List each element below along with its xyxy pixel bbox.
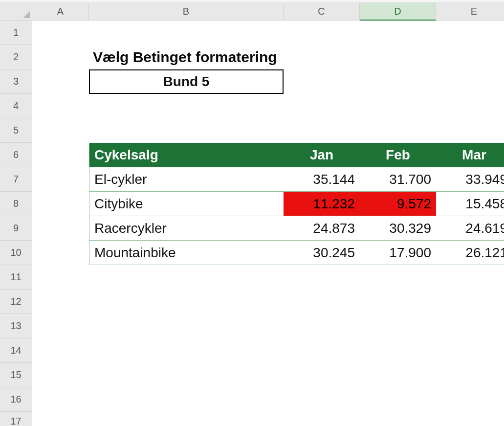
table-cell-value[interactable]: 24.619 <box>436 216 504 241</box>
spreadsheet-grid[interactable]: ABCDE 1234567891011121314151617 Vælg Bet… <box>0 0 504 426</box>
row-header-2[interactable]: 2 <box>0 45 32 69</box>
row-header-17[interactable]: 17 <box>0 412 32 426</box>
column-header-a[interactable]: A <box>32 3 89 21</box>
row-header-8[interactable]: 8 <box>0 192 32 216</box>
row-header-6[interactable]: 6 <box>0 143 32 167</box>
table-header-month-jan[interactable]: Jan <box>284 143 360 167</box>
table-header-month-feb[interactable]: Feb <box>360 143 436 167</box>
row-header-14[interactable]: 14 <box>0 338 32 363</box>
table-cell-value[interactable]: 15.458 <box>436 192 504 216</box>
row-header-4[interactable]: 4 <box>0 94 32 118</box>
table-cell-value[interactable]: 30.329 <box>360 216 436 241</box>
row-header-12[interactable]: 12 <box>0 290 32 314</box>
select-all-corner[interactable] <box>0 3 32 21</box>
table-cell-value[interactable]: 11.232 <box>284 192 360 216</box>
table-row-name[interactable]: Mountainbike <box>89 241 284 265</box>
row-header-5[interactable]: 5 <box>0 118 32 143</box>
table-row-name[interactable]: El-cykler <box>89 167 284 192</box>
column-header-e[interactable]: E <box>436 3 504 21</box>
row-header-13[interactable]: 13 <box>0 314 32 338</box>
row-header-11[interactable]: 11 <box>0 265 32 290</box>
table-row-name[interactable]: Citybike <box>89 192 284 216</box>
page-title: Vælg Betinget formatering <box>89 45 284 69</box>
table-cell-value[interactable]: 30.245 <box>284 241 360 265</box>
column-header-b[interactable]: B <box>89 3 284 21</box>
table-cell-value[interactable]: 31.700 <box>360 167 436 192</box>
table-cell-value[interactable]: 17.900 <box>360 241 436 265</box>
table-cell-value[interactable]: 26.121 <box>436 241 504 265</box>
table-cell-value[interactable]: 35.144 <box>284 167 360 192</box>
row-header-7[interactable]: 7 <box>0 167 32 192</box>
table-header-name[interactable]: Cykelsalg <box>89 143 284 167</box>
row-header-15[interactable]: 15 <box>0 363 32 387</box>
table-cell-value[interactable]: 33.949 <box>436 167 504 192</box>
row-header-16[interactable]: 16 <box>0 387 32 412</box>
table-row-name[interactable]: Racercykler <box>89 216 284 241</box>
row-header-10[interactable]: 10 <box>0 241 32 265</box>
row-header-1[interactable]: 1 <box>0 21 32 45</box>
row-header-3[interactable]: 3 <box>0 69 32 94</box>
table-header-month-mar[interactable]: Mar <box>436 143 504 167</box>
table-cell-value[interactable]: 9.572 <box>360 192 436 216</box>
column-header-c[interactable]: C <box>284 3 360 21</box>
formatting-select[interactable]: Bund 5 <box>89 69 284 94</box>
table-cell-value[interactable]: 24.873 <box>284 216 360 241</box>
cells-area[interactable]: Vælg Betinget formateringBund 5Cykelsalg… <box>32 21 504 426</box>
column-header-d[interactable]: D <box>360 3 436 21</box>
row-header-9[interactable]: 9 <box>0 216 32 241</box>
